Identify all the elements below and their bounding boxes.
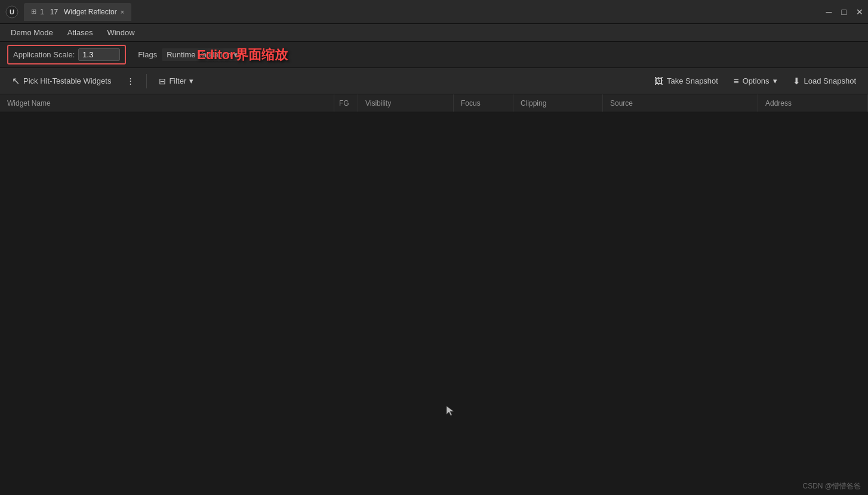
menu-demo-mode[interactable]: Demo Mode [5, 26, 59, 39]
filter-button[interactable]: ⊟ Filter ▾ [153, 73, 199, 89]
take-snapshot-button[interactable]: 🖼 Take Snapshot [648, 73, 724, 89]
title-bar-left: U ⊞ 1 17 Widget Reflector × [5, 3, 826, 21]
tab-icon: ⊞ [31, 8, 36, 16]
close-window-button[interactable]: ✕ [856, 7, 863, 17]
filter-arrow: ▾ [189, 76, 193, 85]
options-label: Options [743, 76, 769, 85]
application-scale-box: Application Scale: [7, 45, 126, 64]
column-header-address: Address [758, 94, 868, 112]
pick-hit-testable-button[interactable]: ↖ Pick Hit-Testable Widgets [6, 72, 117, 90]
pick-cursor-icon: ↖ [12, 75, 20, 87]
column-header-source: Source [603, 94, 758, 112]
application-scale-input[interactable] [78, 48, 120, 61]
tab-title: 1 17 Widget Reflector [40, 8, 117, 16]
window-controls: ─ □ ✕ [826, 7, 863, 17]
toolbar: ↖ Pick Hit-Testable Widgets ⋮ ⊟ Filter ▾… [0, 68, 868, 94]
load-snapshot-label: Load Snapshot [804, 76, 856, 85]
mouse-cursor-icon [445, 405, 455, 417]
ue-logo-icon: U [5, 5, 19, 19]
tab-title-text: Widget Reflector [64, 8, 117, 16]
filter-label: Filter [169, 76, 186, 85]
column-header-widget-name: Widget Name [0, 94, 334, 112]
column-headers: Widget Name FG Visibility Focus Clipping… [0, 94, 868, 112]
flags-label: Flags [138, 50, 157, 59]
credit-text: CSDN @懵懵爸爸 [802, 482, 861, 490]
main-content-area [0, 112, 868, 495]
svg-text:U: U [10, 8, 14, 16]
column-header-visibility: Visibility [358, 94, 454, 112]
column-header-fg: FG [334, 94, 358, 112]
toolbar-separator-1 [146, 74, 147, 88]
options-icon: ≡ [734, 76, 739, 86]
filter-icon: ⊟ [159, 76, 166, 86]
annotation-text: Editor界面缩放 [197, 46, 288, 64]
scale-bar: Application Scale: Editor界面缩放 Flags Runt… [0, 42, 868, 68]
options-arrow: ▾ [773, 76, 777, 85]
tab-number-prefix: 1 [40, 8, 44, 16]
column-header-clipping: Clipping [513, 94, 603, 112]
load-snapshot-icon: ⬇ [793, 76, 801, 87]
column-header-focus: Focus [454, 94, 513, 112]
tab-close-icon[interactable]: × [121, 8, 124, 16]
pick-hit-testable-label: Pick Hit-Testable Widgets [23, 76, 111, 85]
tab-sub-number: 17 [50, 8, 58, 16]
options-button[interactable]: ≡ Options ▾ [728, 73, 783, 89]
menu-atlases[interactable]: Atlases [61, 26, 99, 39]
minimize-button[interactable]: ─ [826, 7, 832, 17]
maximize-button[interactable]: □ [842, 7, 847, 17]
load-snapshot-button[interactable]: ⬇ Load Snapshot [787, 73, 862, 90]
more-icon: ⋮ [127, 76, 134, 85]
application-scale-label: Application Scale: [13, 50, 75, 59]
menu-window[interactable]: Window [101, 26, 140, 39]
snapshot-icon: 🖼 [654, 76, 663, 86]
pick-more-button[interactable]: ⋮ [121, 73, 140, 88]
take-snapshot-label: Take Snapshot [667, 76, 718, 85]
menu-bar: Demo Mode Atlases Window [0, 24, 868, 42]
widget-reflector-tab[interactable]: ⊞ 1 17 Widget Reflector × [24, 3, 131, 21]
footer-credit: CSDN @懵懵爸爸 [795, 478, 868, 495]
title-bar: U ⊞ 1 17 Widget Reflector × ─ □ ✕ [0, 0, 868, 24]
